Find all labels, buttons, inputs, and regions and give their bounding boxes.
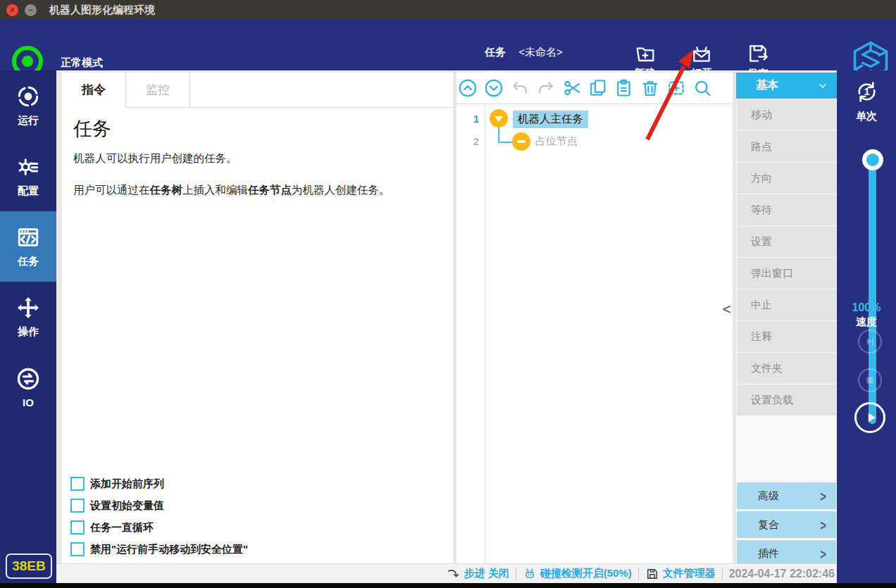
titlebar: ✕ − 机器人图形化编程环境 [0,0,896,20]
tab-monitor[interactable]: 监控 [126,73,190,107]
task-tree-panel: 1 2 机器人主任务 占位节点 [456,73,733,563]
chevron-down-icon [817,80,828,92]
command-group-label: 复合 [758,518,779,532]
task-label: 任务 [485,46,506,58]
page-title: 任务 [73,116,111,142]
root-node-collapse-icon[interactable] [490,109,508,127]
paragraph-segment: 任务树 [150,184,183,196]
checkbox-box[interactable] [70,477,85,491]
paragraph-segment: 为机器人创建任务。 [292,184,390,196]
checkbox-disable-move-safe[interactable]: 禁用"运行前手动移动到安全位置" [70,541,248,558]
description-paragraph-2: 用户可以通过在任务树上插入和编辑任务节点为机器人创建任务。 [73,183,390,197]
checkbox-set-init-variable[interactable]: 设置初始变量值 [70,497,248,514]
move-up-button[interactable] [458,78,478,98]
stop-button[interactable] [858,368,882,392]
io-icon [15,366,41,392]
description-paragraph-1: 机器人可以执行用户创建的任务。 [73,151,237,165]
play-button[interactable] [854,402,885,433]
delete-button[interactable] [640,78,660,98]
tree-connector [498,142,514,143]
command-group-1[interactable]: 复合> [737,511,836,538]
command-item-9[interactable]: 设置负载 [737,384,836,415]
sidebar-item-run[interactable]: 运行 [0,70,56,141]
command-item-8[interactable]: 文件夹 [737,353,836,384]
open-file-icon [690,42,713,65]
collision-icon [523,567,537,581]
command-group-0[interactable]: 高级> [737,482,836,509]
mode-label: 正常模式 [61,56,103,70]
command-item-2[interactable]: 方向 [737,163,836,194]
cut-button[interactable] [562,78,582,98]
insert-button[interactable] [666,78,686,98]
checkbox-label: 添加开始前序列 [90,477,164,491]
redo-button [536,78,556,98]
bottom-strip [0,583,896,588]
checkbox-task-loop-forever[interactable]: 任务一直循环 [70,519,248,536]
paste-button[interactable] [614,78,634,98]
tree-node-placeholder[interactable]: 占位节点 [535,135,578,148]
skip-icon [864,335,876,348]
command-group-basic[interactable]: 基本 [736,73,837,99]
sidebar-item-label: IO [23,396,34,408]
copy-button[interactable] [588,78,608,98]
status-filemanager[interactable]: 文件管理器 [645,567,716,581]
status-step[interactable]: 步进 关闭 [446,567,509,581]
command-item-4[interactable]: 设置 [737,226,836,257]
stop-icon [864,374,876,387]
sidebar-item-operate[interactable]: 操作 [0,282,56,352]
new-file-icon [634,42,657,65]
statusbar-timestamp: 2024-04-17 22:02:46 [729,568,835,580]
single-cycle-label: 单次 [837,110,896,123]
command-item-1[interactable]: 路点 [737,131,836,162]
checkbox-box[interactable] [70,499,85,513]
step-icon [446,567,460,581]
robot-programming-app: ✕ − 机器人图形化编程环境 正常模式 任务 <未命名> 配置 default … [0,0,896,588]
panel-collapse-handle[interactable]: < [721,299,733,320]
checkbox-box[interactable] [70,520,85,534]
command-item-5[interactable]: 弹出窗口 [737,258,836,289]
tab-command[interactable]: 指令 [62,73,126,108]
search-button[interactable] [692,78,712,98]
single-cycle-icon[interactable]: 1 [854,79,880,105]
chevron-right-icon: > [820,545,826,562]
undo-button [510,78,530,98]
command-item-3[interactable]: 等待 [737,194,836,225]
move-down-button[interactable] [484,78,504,98]
window-minimize-button[interactable]: − [25,4,37,16]
task-icon [15,225,41,250]
command-group-label: 插件 [758,547,779,561]
description-panel: 指令监控 任务 机器人可以执行用户创建的任务。 用户可以通过在任务树上插入和编辑… [62,73,453,563]
play-icon [864,411,878,425]
sidebar-item-label: 配置 [18,184,39,198]
command-panel: 基本 移动路点方向等待设置弹出窗口中止注释文件夹设置负载 高级>复合>插件> [736,73,837,563]
statusbar-separator [516,568,516,580]
command-item-7[interactable]: 注释 [737,321,836,352]
window-title: 机器人图形化编程环境 [49,4,155,17]
header: 正常模式 任务 <未命名> 配置 default 新建打开保存 [0,20,896,70]
placeholder-node-icon[interactable] [512,132,530,151]
save-file-icon [747,42,769,65]
status-collision[interactable]: 碰撞检测开启(50%) [523,567,632,581]
tree-node-root[interactable]: 机器人主任务 [513,111,588,128]
sidebar-item-io[interactable]: IO [0,352,56,423]
status-filemanager-text: 文件管理器 [663,567,716,580]
command-group-label: 高级 [758,489,779,503]
svg-text:1: 1 [864,86,869,97]
speed-slider-thumb[interactable] [862,149,883,170]
tree-connector [498,127,499,143]
sidebar-item-task[interactable]: 任务 [0,211,56,282]
checkbox-add-pre-sequence[interactable]: 添加开始前序列 [70,475,248,492]
command-item-6[interactable]: 中止 [737,289,836,320]
command-item-0[interactable]: 移动 [737,99,836,130]
checkbox-box[interactable] [70,542,85,556]
skip-to-end-button[interactable] [858,330,882,354]
run-icon [15,84,41,109]
line-number: 1 [456,113,479,125]
window-close-button[interactable]: ✕ [6,4,18,16]
command-group-2[interactable]: 插件> [737,540,836,563]
tab-bar: 指令监控 [62,73,453,108]
statusbar: 步进 关闭碰撞检测开启(50%)文件管理器 2024-04-17 22:02:4… [56,563,837,583]
chevron-right-icon: > [820,516,826,533]
sidebar-item-config[interactable]: 配置 [0,141,56,211]
line-number-gutter [456,104,485,563]
